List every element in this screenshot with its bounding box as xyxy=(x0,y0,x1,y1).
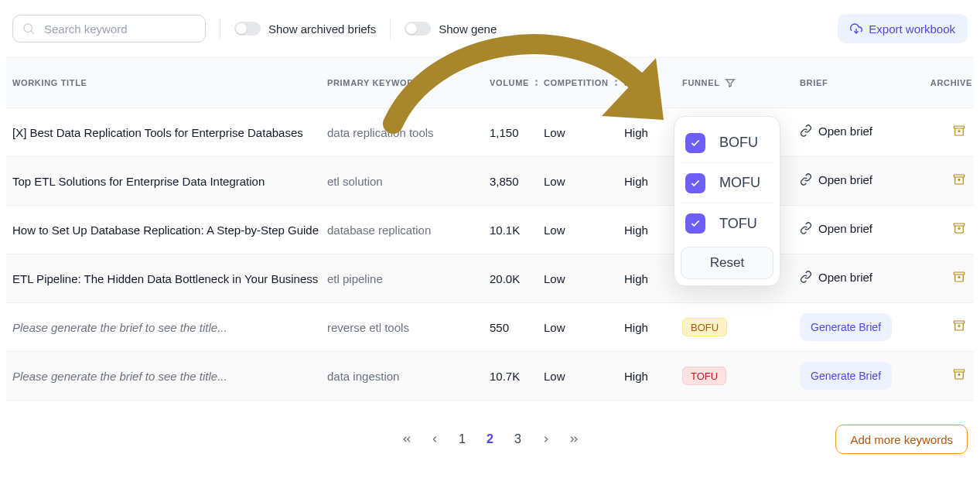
funnel-filter-popover: BOFU MOFU TOFU Reset xyxy=(674,116,780,286)
cell-archive xyxy=(926,269,972,288)
svg-rect-2 xyxy=(954,126,965,128)
cell-funnel: BOFU xyxy=(682,318,800,336)
toggle-generated: Show gene xyxy=(405,22,497,36)
filter-option-mofu[interactable]: MOFU xyxy=(681,163,773,203)
checkbox-checked-icon xyxy=(685,133,705,153)
archive-icon[interactable] xyxy=(952,269,966,288)
cell-working-title: How to Set Up Database Replication: A St… xyxy=(12,224,327,237)
table-row: ETL Pipeline: The Hidden Data Bottleneck… xyxy=(6,254,974,303)
cell-brief: Open brief xyxy=(800,222,926,238)
pagination: 1 2 3 xyxy=(400,432,581,446)
open-brief-link[interactable]: Open brief xyxy=(800,222,872,235)
filter-icon xyxy=(725,77,736,88)
col-competition[interactable]: COMPETITION xyxy=(544,78,624,87)
table-row: [X] Best Data Replication Tools for Ente… xyxy=(6,108,974,157)
divider xyxy=(220,18,220,39)
col-priority[interactable]: ITY xyxy=(624,78,682,87)
pager-prev[interactable] xyxy=(428,434,442,445)
table-footer: 1 2 3 Add more keywords xyxy=(6,416,974,462)
search-wrapper xyxy=(12,15,206,43)
cell-archive xyxy=(926,220,972,239)
cell-volume: 1,150 xyxy=(490,126,544,139)
toggle-archived: Show archived briefs xyxy=(234,22,376,36)
cell-primary-keyword: data replication tools xyxy=(327,126,490,139)
funnel-tag: TOFU xyxy=(682,367,726,385)
filter-option-tofu[interactable]: TOFU xyxy=(681,203,773,244)
pager-first[interactable] xyxy=(400,433,414,445)
cell-working-title: Top ETL Solutions for Enterprise Data In… xyxy=(12,175,327,188)
col-brief: BRIEF xyxy=(800,78,926,87)
archive-icon[interactable] xyxy=(952,367,966,385)
search-input[interactable] xyxy=(12,15,206,43)
divider xyxy=(390,18,391,39)
checkbox-checked-icon xyxy=(685,173,705,193)
archive-icon[interactable] xyxy=(952,220,966,239)
pager-last[interactable] xyxy=(567,433,581,445)
svg-point-0 xyxy=(24,24,32,32)
col-funnel[interactable]: FUNNEL xyxy=(682,77,800,88)
generate-brief-button[interactable]: Generate Brief xyxy=(800,362,892,390)
svg-rect-12 xyxy=(954,370,965,372)
cell-funnel: TOFU xyxy=(682,367,800,385)
open-brief-link[interactable]: Open brief xyxy=(800,271,872,284)
top-toolbar: Show archived briefs Show gene Export wo… xyxy=(6,0,974,57)
svg-rect-4 xyxy=(954,175,965,177)
toggle-generated-switch[interactable] xyxy=(405,22,431,36)
funnel-tag: BOFU xyxy=(682,318,727,336)
toggle-generated-label: Show gene xyxy=(439,22,497,36)
cell-working-title: ETL Pipeline: The Hidden Data Bottleneck… xyxy=(12,272,327,285)
svg-rect-10 xyxy=(954,321,965,323)
add-more-keywords-button[interactable]: Add more keywords xyxy=(835,425,968,454)
cell-brief: Open brief xyxy=(800,173,926,189)
search-icon xyxy=(22,22,36,36)
cell-brief: Open brief xyxy=(800,125,926,141)
generate-brief-button[interactable]: Generate Brief xyxy=(800,313,892,341)
cell-competition: Low xyxy=(544,126,624,139)
svg-line-1 xyxy=(31,31,33,33)
table-row: Top ETL Solutions for Enterprise Data In… xyxy=(6,157,974,206)
col-primary-keyword[interactable]: PRIMARY KEYWORD xyxy=(327,78,490,87)
cell-primary-keyword: database replication xyxy=(327,224,490,237)
cell-archive xyxy=(926,318,972,336)
cell-primary-keyword: etl pipeline xyxy=(327,272,490,285)
table-header: WORKING TITLE PRIMARY KEYWORD VOLUME COM… xyxy=(6,57,974,108)
archive-icon[interactable] xyxy=(952,172,966,190)
cell-volume: 10.7K xyxy=(490,370,544,383)
table-row: How to Set Up Database Replication: A St… xyxy=(6,206,974,254)
cell-volume: 20.0K xyxy=(490,272,544,285)
filter-option-bofu[interactable]: BOFU xyxy=(681,123,773,163)
download-cloud-icon xyxy=(850,22,862,35)
col-volume[interactable]: VOLUME xyxy=(490,78,544,87)
cell-volume: 3,850 xyxy=(490,175,544,188)
cell-competition: Low xyxy=(544,272,624,285)
pager-page-3[interactable]: 3 xyxy=(511,432,525,446)
cell-working-title: Please generate the brief to see the tit… xyxy=(12,321,327,334)
cell-brief: Generate Brief xyxy=(800,362,926,390)
cell-archive xyxy=(926,172,972,190)
filter-reset-button[interactable]: Reset xyxy=(681,247,773,279)
cell-priority: High xyxy=(624,321,682,334)
pager-page-2[interactable]: 2 xyxy=(483,432,497,446)
cell-competition: Low xyxy=(544,370,624,383)
cell-priority: High xyxy=(624,370,682,383)
toggle-archived-label: Show archived briefs xyxy=(268,22,376,36)
cell-primary-keyword: data ingestion xyxy=(327,370,490,383)
open-brief-link[interactable]: Open brief xyxy=(800,173,872,186)
export-workbook-button[interactable]: Export workbook xyxy=(838,14,968,43)
toggle-archived-switch[interactable] xyxy=(234,22,261,36)
filter-option-label: MOFU xyxy=(719,175,760,191)
col-working-title[interactable]: WORKING TITLE xyxy=(12,78,327,87)
cell-primary-keyword: reverse etl tools xyxy=(327,321,490,334)
cell-competition: Low xyxy=(544,175,624,188)
archive-icon[interactable] xyxy=(952,318,966,336)
pager-page-1[interactable]: 1 xyxy=(456,432,470,446)
checkbox-checked-icon xyxy=(685,213,705,234)
cell-archive xyxy=(926,123,972,142)
archive-icon[interactable] xyxy=(952,123,966,142)
svg-rect-8 xyxy=(954,272,965,275)
filter-option-label: BOFU xyxy=(719,135,758,151)
cell-competition: Low xyxy=(544,321,624,334)
pager-next[interactable] xyxy=(539,434,553,445)
open-brief-link[interactable]: Open brief xyxy=(800,125,872,138)
table-row: Please generate the brief to see the tit… xyxy=(6,303,974,352)
